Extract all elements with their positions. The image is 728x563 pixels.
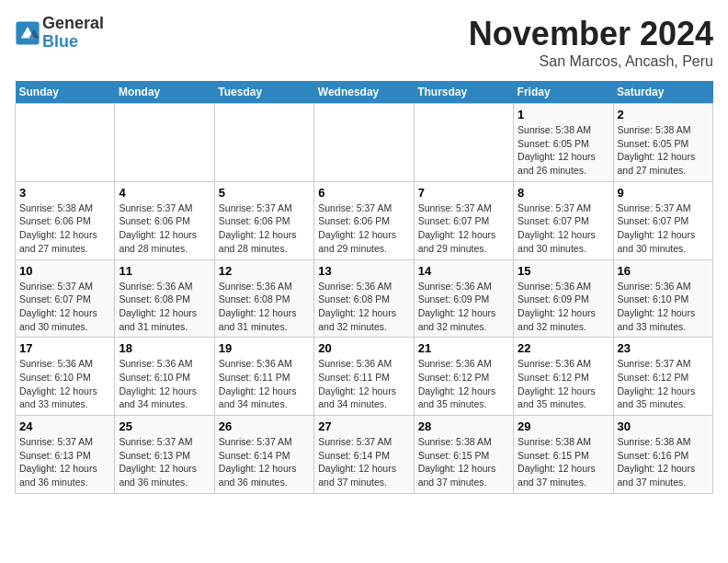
day-number: 24 — [19, 419, 110, 433]
day-info: Sunrise: 5:36 AM Sunset: 6:09 PM Dayligh… — [518, 280, 609, 334]
calendar-header: Sunday Monday Tuesday Wednesday Thursday… — [16, 81, 713, 104]
calendar-body: 1Sunrise: 5:38 AM Sunset: 6:05 PM Daylig… — [16, 104, 713, 494]
day-info: Sunrise: 5:36 AM Sunset: 6:08 PM Dayligh… — [219, 280, 310, 334]
day-number: 5 — [219, 186, 310, 200]
calendar-week-5: 24Sunrise: 5:37 AM Sunset: 6:13 PM Dayli… — [16, 416, 713, 494]
day-info: Sunrise: 5:38 AM Sunset: 6:16 PM Dayligh… — [618, 435, 709, 489]
calendar-cell: 15Sunrise: 5:36 AM Sunset: 6:09 PM Dayli… — [514, 259, 613, 338]
logo-text: General Blue — [42, 15, 104, 52]
day-number: 4 — [119, 186, 210, 200]
calendar-cell: 19Sunrise: 5:36 AM Sunset: 6:11 PM Dayli… — [214, 338, 313, 416]
day-number: 7 — [418, 186, 509, 200]
calendar-cell: 22Sunrise: 5:36 AM Sunset: 6:12 PM Dayli… — [514, 338, 613, 416]
calendar-cell: 26Sunrise: 5:37 AM Sunset: 6:14 PM Dayli… — [214, 416, 313, 494]
calendar-cell: 17Sunrise: 5:36 AM Sunset: 6:10 PM Dayli… — [16, 338, 115, 416]
day-info: Sunrise: 5:36 AM Sunset: 6:10 PM Dayligh… — [19, 357, 110, 411]
calendar-week-1: 1Sunrise: 5:38 AM Sunset: 6:05 PM Daylig… — [16, 104, 713, 182]
calendar-cell: 9Sunrise: 5:37 AM Sunset: 6:07 PM Daylig… — [613, 181, 712, 259]
day-number: 14 — [418, 264, 509, 278]
day-info: Sunrise: 5:37 AM Sunset: 6:14 PM Dayligh… — [219, 435, 310, 489]
page-header: General Blue November 2024 San Marcos, A… — [15, 15, 713, 70]
logo-icon — [15, 20, 40, 46]
calendar-cell: 20Sunrise: 5:36 AM Sunset: 6:11 PM Dayli… — [314, 338, 414, 416]
day-number: 15 — [518, 264, 609, 278]
calendar-cell: 8Sunrise: 5:37 AM Sunset: 6:07 PM Daylig… — [514, 181, 613, 259]
day-info: Sunrise: 5:36 AM Sunset: 6:10 PM Dayligh… — [119, 357, 210, 411]
calendar-cell: 27Sunrise: 5:37 AM Sunset: 6:14 PM Dayli… — [314, 416, 414, 494]
day-info: Sunrise: 5:37 AM Sunset: 6:13 PM Dayligh… — [119, 435, 210, 489]
day-number: 18 — [119, 341, 210, 355]
calendar-cell: 25Sunrise: 5:37 AM Sunset: 6:13 PM Dayli… — [115, 416, 214, 494]
day-info: Sunrise: 5:36 AM Sunset: 6:11 PM Dayligh… — [318, 357, 409, 411]
day-number: 2 — [618, 108, 709, 121]
day-number: 22 — [518, 341, 609, 355]
calendar-cell: 18Sunrise: 5:36 AM Sunset: 6:10 PM Dayli… — [115, 338, 214, 416]
calendar-cell: 12Sunrise: 5:36 AM Sunset: 6:08 PM Dayli… — [214, 259, 313, 338]
day-info: Sunrise: 5:36 AM Sunset: 6:09 PM Dayligh… — [418, 280, 509, 334]
day-info: Sunrise: 5:37 AM Sunset: 6:06 PM Dayligh… — [119, 201, 210, 256]
calendar-table: Sunday Monday Tuesday Wednesday Thursday… — [15, 81, 713, 494]
calendar-week-3: 10Sunrise: 5:37 AM Sunset: 6:07 PM Dayli… — [16, 259, 713, 338]
day-number: 30 — [618, 419, 709, 433]
day-number: 20 — [318, 341, 409, 355]
calendar-cell — [314, 104, 414, 182]
day-number: 25 — [119, 419, 210, 433]
col-wednesday: Wednesday — [314, 81, 414, 104]
day-info: Sunrise: 5:37 AM Sunset: 6:06 PM Dayligh… — [318, 201, 409, 256]
day-number: 19 — [219, 341, 310, 355]
day-number: 27 — [318, 419, 409, 433]
calendar-cell: 6Sunrise: 5:37 AM Sunset: 6:06 PM Daylig… — [314, 181, 414, 259]
day-info: Sunrise: 5:37 AM Sunset: 6:07 PM Dayligh… — [618, 201, 709, 256]
day-number: 16 — [618, 264, 709, 278]
calendar-cell: 2Sunrise: 5:38 AM Sunset: 6:05 PM Daylig… — [613, 104, 712, 182]
calendar-cell: 13Sunrise: 5:36 AM Sunset: 6:08 PM Dayli… — [314, 259, 414, 338]
day-info: Sunrise: 5:38 AM Sunset: 6:06 PM Dayligh… — [19, 201, 110, 256]
day-info: Sunrise: 5:38 AM Sunset: 6:05 PM Dayligh… — [518, 123, 609, 178]
calendar-cell — [115, 104, 214, 182]
day-number: 3 — [19, 186, 110, 200]
calendar-cell — [16, 104, 115, 182]
day-info: Sunrise: 5:37 AM Sunset: 6:07 PM Dayligh… — [19, 280, 110, 334]
col-saturday: Saturday — [613, 81, 712, 104]
day-number: 9 — [618, 186, 709, 200]
calendar-cell: 23Sunrise: 5:37 AM Sunset: 6:12 PM Dayli… — [613, 338, 712, 416]
calendar-cell: 28Sunrise: 5:38 AM Sunset: 6:15 PM Dayli… — [414, 416, 513, 494]
day-info: Sunrise: 5:36 AM Sunset: 6:08 PM Dayligh… — [119, 280, 210, 334]
day-number: 23 — [618, 341, 709, 355]
day-number: 8 — [518, 186, 609, 200]
calendar-cell: 1Sunrise: 5:38 AM Sunset: 6:05 PM Daylig… — [514, 104, 613, 182]
day-number: 21 — [418, 341, 509, 355]
day-info: Sunrise: 5:37 AM Sunset: 6:06 PM Dayligh… — [219, 201, 310, 256]
col-thursday: Thursday — [414, 81, 513, 104]
day-number: 17 — [19, 341, 110, 355]
day-number: 28 — [418, 419, 509, 433]
day-info: Sunrise: 5:37 AM Sunset: 6:13 PM Dayligh… — [19, 435, 110, 489]
title-block: November 2024 San Marcos, Ancash, Peru — [469, 15, 713, 70]
calendar-cell: 29Sunrise: 5:38 AM Sunset: 6:15 PM Dayli… — [514, 416, 613, 494]
calendar-cell: 16Sunrise: 5:36 AM Sunset: 6:10 PM Dayli… — [613, 259, 712, 338]
logo-line1: General — [42, 15, 104, 33]
calendar-cell: 11Sunrise: 5:36 AM Sunset: 6:08 PM Dayli… — [115, 259, 214, 338]
day-info: Sunrise: 5:36 AM Sunset: 6:11 PM Dayligh… — [219, 357, 310, 411]
day-info: Sunrise: 5:36 AM Sunset: 6:10 PM Dayligh… — [618, 280, 709, 334]
day-info: Sunrise: 5:36 AM Sunset: 6:08 PM Dayligh… — [318, 280, 409, 334]
logo: General Blue — [15, 15, 104, 52]
col-sunday: Sunday — [16, 81, 115, 104]
page-subtitle: San Marcos, Ancash, Peru — [469, 53, 713, 70]
calendar-cell: 24Sunrise: 5:37 AM Sunset: 6:13 PM Dayli… — [16, 416, 115, 494]
calendar-cell: 30Sunrise: 5:38 AM Sunset: 6:16 PM Dayli… — [613, 416, 712, 494]
day-info: Sunrise: 5:37 AM Sunset: 6:12 PM Dayligh… — [618, 357, 709, 411]
calendar-cell — [214, 104, 313, 182]
day-number: 10 — [19, 264, 110, 278]
day-info: Sunrise: 5:36 AM Sunset: 6:12 PM Dayligh… — [518, 357, 609, 411]
logo-line2: Blue — [42, 33, 104, 52]
col-tuesday: Tuesday — [214, 81, 313, 104]
calendar-cell: 3Sunrise: 5:38 AM Sunset: 6:06 PM Daylig… — [16, 181, 115, 259]
col-monday: Monday — [115, 81, 214, 104]
col-friday: Friday — [514, 81, 613, 104]
header-row: Sunday Monday Tuesday Wednesday Thursday… — [16, 81, 713, 104]
day-info: Sunrise: 5:37 AM Sunset: 6:14 PM Dayligh… — [318, 435, 409, 489]
day-number: 13 — [318, 264, 409, 278]
day-info: Sunrise: 5:37 AM Sunset: 6:07 PM Dayligh… — [418, 201, 509, 256]
day-number: 12 — [219, 264, 310, 278]
